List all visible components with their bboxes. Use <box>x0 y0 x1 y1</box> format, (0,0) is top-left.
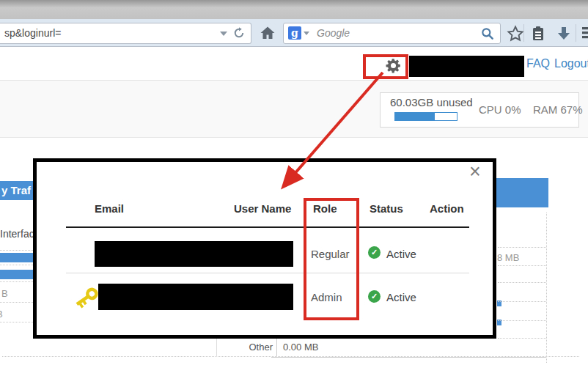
redacted-email-username <box>95 241 293 267</box>
google-favicon-icon: g <box>288 26 301 40</box>
other-row-value: 0.00 MB <box>283 342 318 353</box>
bg-row-divider <box>0 265 33 265</box>
traffic-panel-header: y Traf <box>0 181 33 200</box>
table-header-underline <box>66 226 469 228</box>
search-engine-dropdown-icon[interactable] <box>304 32 309 35</box>
traffic-unit-fragment: B <box>0 309 3 320</box>
traffic-bar <box>0 253 33 262</box>
role-cell: Regular <box>311 248 350 260</box>
other-row-label: Other <box>231 342 273 353</box>
disk-unused-label: 60.03GB unused <box>390 96 473 108</box>
bg-row-divider <box>498 301 546 302</box>
bg-cell-border <box>276 338 277 358</box>
bg-row-divider <box>0 281 33 282</box>
disk-progress-bar <box>394 112 457 121</box>
cpu-stat: CPU 0% <box>479 103 521 116</box>
traffic-value: 8 MB <box>497 252 519 263</box>
bg-row-divider <box>0 302 33 303</box>
search-input[interactable] <box>283 23 501 44</box>
url-text[interactable]: sp&loginurl= <box>4 27 61 39</box>
search-magnifier-icon[interactable] <box>480 26 495 41</box>
bg-row-divider <box>0 322 33 322</box>
logout-link[interactable]: Logout <box>554 57 588 70</box>
col-header-action: Action <box>430 202 464 215</box>
col-header-role: Role <box>313 202 337 215</box>
menu-hamburger-icon[interactable] <box>582 27 588 39</box>
bg-row-divider <box>498 338 546 339</box>
bookmark-star-icon[interactable] <box>507 25 524 43</box>
faq-link[interactable]: FAQ <box>526 57 550 70</box>
close-icon[interactable]: × <box>469 162 481 181</box>
interface-label: Interfac <box>0 228 34 240</box>
col-header-username: User Name <box>234 202 291 215</box>
bg-row-divider <box>498 320 546 321</box>
url-dropdown-icon[interactable] <box>220 32 227 36</box>
admin-key-icon <box>72 284 101 311</box>
ram-stat: RAM 67% <box>533 103 583 116</box>
bg-row-divider <box>498 247 546 248</box>
active-check-icon: ✓ <box>368 246 381 259</box>
gear-icon[interactable] <box>384 56 403 75</box>
reload-icon[interactable] <box>232 26 246 40</box>
user-management-modal: × Email User Name Role Status Action Reg… <box>33 158 496 339</box>
toolbar-separator <box>576 24 576 42</box>
toolbar-separator <box>523 24 524 42</box>
traffic-panel-title: y Traf <box>1 184 31 196</box>
bg-row-divider <box>0 250 33 251</box>
col-header-email: Email <box>95 202 124 215</box>
home-icon[interactable] <box>259 24 276 42</box>
traffic-unit-fragment: B <box>1 288 8 299</box>
col-header-status: Status <box>370 202 403 215</box>
search-placeholder: Google <box>317 27 350 39</box>
traffic-panel-header-right <box>496 178 548 207</box>
bg-cell-border <box>216 339 217 357</box>
table-row-divider <box>66 273 469 273</box>
status-cell: Active <box>386 248 416 260</box>
downloads-arrow-icon[interactable] <box>555 25 573 43</box>
status-cell: Active <box>386 291 416 303</box>
role-cell: Admin <box>311 291 342 303</box>
redacted-email-username <box>98 284 293 310</box>
bookmarks-clipboard-icon[interactable] <box>529 25 547 43</box>
window-titlebar <box>0 0 588 19</box>
bg-row-divider <box>498 282 546 283</box>
traffic-bar <box>0 270 33 279</box>
redacted-account-name <box>409 56 524 77</box>
bg-row-divider <box>498 265 546 266</box>
disk-progress-fill <box>395 113 435 120</box>
bg-row-border <box>271 357 546 358</box>
bg-column-divider <box>546 213 547 363</box>
active-check-icon: ✓ <box>368 290 381 303</box>
